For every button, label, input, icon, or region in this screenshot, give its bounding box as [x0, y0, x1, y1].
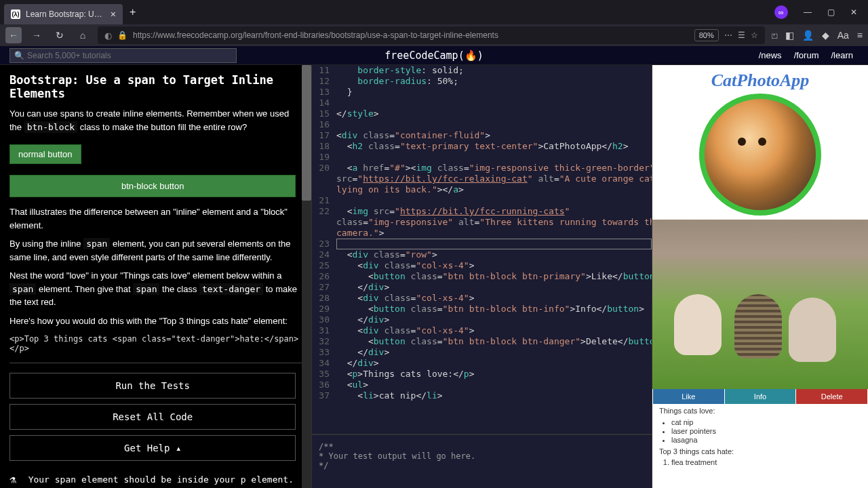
- search-icon: 🔍: [14, 51, 24, 60]
- tab-title: Learn Bootstrap: Use a span to: [26, 9, 105, 19]
- preview-panel: CatPhotoApp Like Info Delete Things cats…: [652, 65, 868, 488]
- like-button[interactable]: Like: [653, 389, 724, 404]
- reload-button[interactable]: ↻: [52, 27, 68, 43]
- test-output: /** * Your test output will go here. */: [312, 434, 652, 488]
- search-input[interactable]: [27, 51, 232, 60]
- instruction-p3: By using the inline span element, you ca…: [9, 237, 302, 264]
- instructions-panel: Bootstrap: Use a span to Target Inline E…: [0, 65, 312, 488]
- search-box[interactable]: 🔍: [9, 48, 237, 63]
- cat-thumbnail[interactable]: [699, 94, 821, 216]
- get-help-button[interactable]: Get Help ▴: [9, 435, 296, 461]
- nav-forum[interactable]: /forum: [789, 48, 825, 62]
- browser-tab[interactable]: (λ) Learn Bootstrap: Use a span to ×: [4, 4, 123, 24]
- tab-close-icon[interactable]: ×: [111, 9, 116, 20]
- menu-icon[interactable]: ≡: [857, 30, 863, 41]
- list-item: laser pointers: [671, 427, 861, 435]
- minimize-button[interactable]: —: [797, 3, 818, 22]
- home-button[interactable]: ⌂: [75, 27, 91, 43]
- nav-learn[interactable]: /learn: [825, 48, 859, 62]
- info-button[interactable]: Info: [725, 389, 796, 404]
- lock-icon[interactable]: 🔒: [117, 30, 127, 40]
- forward-button[interactable]: →: [28, 27, 45, 43]
- instruction-p5: Here's how you would do this with the "T…: [9, 314, 302, 328]
- code-example: <p>Top 3 things cats <span class="text-d…: [9, 334, 302, 353]
- address-bar[interactable]: ◐ 🔒 https://www.freecodecamp.org/learn/f…: [98, 26, 765, 44]
- hate-list: flea treatment: [652, 458, 868, 466]
- browser-toolbar: ← → ↻ ⌂ ◐ 🔒 https://www.freecodecamp.org…: [0, 24, 868, 46]
- love-label: Things cats love:: [652, 404, 868, 418]
- reset-code-button[interactable]: Reset All Code: [9, 404, 296, 430]
- browser-tab-bar: (λ) Learn Bootstrap: Use a span to × + ∞…: [0, 0, 868, 24]
- tests-list: ⚗Your span element should be inside your…: [9, 473, 302, 488]
- reader-mode-icon[interactable]: Aa: [837, 30, 849, 41]
- delete-button[interactable]: Delete: [796, 389, 867, 404]
- flask-icon: ⚗: [9, 473, 16, 486]
- back-button[interactable]: ←: [5, 27, 22, 43]
- url-text: https://www.freecodecamp.org/learn/front…: [133, 30, 689, 40]
- tracking-shield-icon[interactable]: ◐: [104, 30, 112, 41]
- preview-title: CatPhotoApp: [652, 65, 868, 94]
- pocket-icon[interactable]: ◧: [785, 30, 794, 41]
- firefox-account-icon[interactable]: ∞: [774, 5, 788, 19]
- instruction-p4: Nest the word "love" in your "Things cat…: [9, 269, 302, 309]
- normal-button-demo: normal button: [9, 144, 81, 164]
- fcc-logo[interactable]: freeCodeCamp(🔥): [384, 49, 483, 62]
- fcc-header: 🔍 freeCodeCamp(🔥) /news /forum /learn: [0, 46, 868, 65]
- code-editor[interactable]: 11 border-style: solid;12 border-radius:…: [312, 65, 652, 488]
- library-icon[interactable]: ⏍: [772, 30, 777, 41]
- nav-news[interactable]: /news: [753, 48, 787, 62]
- hate-label: Top 3 things cats hate:: [652, 445, 868, 458]
- reader-icon[interactable]: ☰: [738, 30, 745, 40]
- close-window-button[interactable]: ✕: [844, 3, 864, 22]
- extension-icon[interactable]: ◆: [822, 30, 829, 41]
- list-item: cat nip: [671, 418, 861, 426]
- more-icon[interactable]: ⋯: [724, 30, 732, 40]
- instruction-p1: You can use spans to create inline eleme…: [9, 107, 302, 134]
- kittens-image: [652, 220, 868, 389]
- bookmark-star-icon[interactable]: ☆: [751, 30, 758, 40]
- zoom-level[interactable]: 80%: [694, 29, 719, 41]
- run-tests-button[interactable]: Run the Tests: [9, 373, 296, 399]
- instruction-p2: That illustrates the difference between …: [9, 205, 302, 232]
- new-tab-button[interactable]: +: [123, 6, 142, 18]
- list-item: flea treatment: [671, 458, 861, 466]
- love-list: cat nip laser pointers lasagna: [652, 418, 868, 444]
- scrollbar[interactable]: [302, 65, 311, 488]
- block-button-demo: btn-block button: [9, 175, 296, 197]
- maximize-button[interactable]: ▢: [821, 3, 841, 22]
- tab-favicon: (λ): [11, 9, 20, 19]
- profile-icon[interactable]: 👤: [802, 30, 814, 41]
- test-item: ⚗Your span element should be inside your…: [9, 473, 302, 486]
- list-item: lasagna: [671, 436, 861, 444]
- lesson-title: Bootstrap: Use a span to Target Inline E…: [9, 73, 302, 100]
